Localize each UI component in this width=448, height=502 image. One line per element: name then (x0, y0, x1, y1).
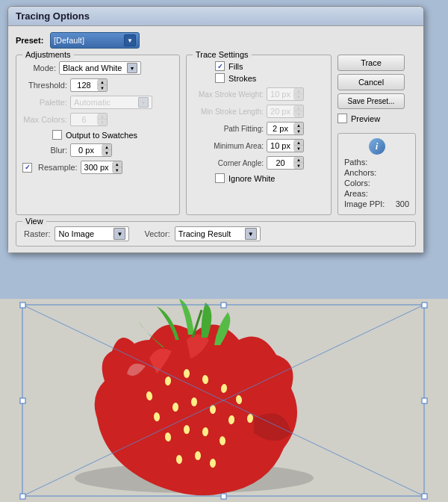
corner-angle-arrows[interactable]: ▲ ▼ (294, 157, 303, 169)
threshold-down[interactable]: ▼ (98, 85, 107, 91)
fills-checkbox[interactable]: ✓ (215, 61, 225, 71)
areas-row: Areas: (344, 189, 409, 198)
blur-down[interactable]: ▼ (102, 150, 111, 156)
max-stroke-weight-spinner: 10 px ▲ ▼ (267, 87, 304, 101)
main-content: Adjustments Mode: Black and White ▼ Thre… (16, 55, 416, 215)
image-ppi-label: Image PPI: (344, 199, 385, 208)
raster-select[interactable]: No Image ▼ (55, 226, 129, 241)
path-fitting-arrows[interactable]: ▲ ▼ (294, 123, 303, 134)
dialog-title: Tracing Options (16, 10, 90, 22)
svg-point-4 (184, 369, 190, 378)
svg-point-11 (191, 397, 197, 406)
vector-select[interactable]: Tracing Result ▼ (175, 226, 261, 241)
preview-checkbox[interactable] (337, 114, 347, 123)
minimum-area-spinner[interactable]: 10 px ▲ ▼ (267, 139, 304, 152)
path-fitting-row: Path Fitting: 2 px ▲ ▼ (193, 122, 325, 135)
min-stroke-length-label: Min Stroke Length: (193, 108, 264, 116)
corner-angle-spinner[interactable]: 20 ▲ ▼ (267, 156, 304, 170)
minimum-area-row: Minimum Area: 10 px ▲ ▼ (193, 139, 325, 152)
trace-settings-legend: Trace Settings (193, 50, 252, 59)
max-colors-spinner: 6 ▲ ▼ (70, 113, 108, 126)
min-stroke-length-row: Min Stroke Length: 20 px ▲ ▼ (193, 105, 325, 118)
blur-arrows[interactable]: ▲ ▼ (102, 144, 111, 156)
anchors-row: Anchors: (344, 168, 409, 177)
output-swatches-label: Output to Swatches (66, 131, 137, 140)
paths-row: Paths: (344, 158, 409, 167)
preset-label: Preset: (16, 36, 46, 45)
resample-down[interactable]: ▼ (113, 167, 122, 173)
view-section: View Raster: No Image ▼ Vector: Tracing … (16, 221, 416, 247)
threshold-up[interactable]: ▲ (98, 79, 107, 85)
resample-spinner[interactable]: 300 px ▲ ▼ (81, 161, 122, 174)
view-legend: View (22, 217, 46, 226)
fills-label: Fills (228, 62, 243, 71)
palette-arrow: ▼ (138, 97, 149, 108)
trace-button[interactable]: Trace (337, 55, 405, 71)
strokes-label: Strokes (228, 74, 256, 83)
adjustments-legend: Adjustments (22, 50, 74, 59)
threshold-arrows[interactable]: ▲ ▼ (98, 79, 107, 91)
max-colors-row: Max Colors: 6 ▲ ▼ (22, 113, 173, 126)
threshold-value: 128 (71, 81, 98, 90)
raster-item: Raster: No Image ▼ (24, 226, 129, 241)
max-colors-down: ▼ (98, 120, 107, 126)
blur-up[interactable]: ▲ (102, 144, 111, 150)
dialog-body: Preset: [Default] ▼ Adjustments Mode: Bl… (8, 26, 423, 252)
resample-arrows[interactable]: ▲ ▼ (113, 161, 122, 173)
ignore-white-checkbox[interactable] (215, 173, 225, 183)
image-ppi-value: 300 (396, 199, 409, 208)
mode-select[interactable]: Black and White ▼ (59, 61, 141, 75)
threshold-row: Threshold: 128 ▲ ▼ (22, 78, 173, 92)
min-stroke-length-spinner: 20 px ▲ ▼ (267, 105, 304, 118)
max-colors-arrows: ▲ ▼ (98, 114, 107, 126)
max-colors-label: Max Colors: (22, 115, 67, 124)
preset-dropdown-arrow[interactable]: ▼ (124, 34, 136, 46)
max-stroke-weight-row: Max Stroke Weight: 10 px ▲ ▼ (193, 87, 325, 101)
strokes-row: Strokes (193, 73, 325, 83)
tracing-options-dialog: Tracing Options Preset: [Default] ▼ Adju… (7, 6, 424, 253)
colors-label: Colors: (344, 179, 370, 188)
max-colors-value: 6 (71, 115, 98, 124)
info-section: i Paths: Anchors: Colors: (337, 133, 416, 215)
resample-label: Resample: (38, 163, 78, 172)
mode-arrow[interactable]: ▼ (127, 63, 137, 73)
path-fitting-spinner[interactable]: 2 px ▲ ▼ (267, 122, 304, 135)
anchors-label: Anchors: (344, 168, 376, 177)
raster-value: No Image (58, 229, 111, 238)
preview-label: Preview (351, 114, 380, 123)
min-stroke-length-value: 20 px (267, 107, 294, 116)
strokes-checkbox[interactable] (215, 73, 225, 83)
palette-select: Automatic ▼ (70, 96, 152, 109)
save-preset-button[interactable]: Save Preset... (337, 93, 405, 109)
mode-value: Black and White (63, 63, 124, 72)
mode-row: Mode: Black and White ▼ (22, 61, 173, 75)
right-panel: Trace Cancel Save Preset... Preview i Pa… (337, 55, 416, 215)
blur-row: Blur: 0 px ▲ ▼ (22, 143, 173, 157)
paths-label: Paths: (344, 158, 367, 167)
minimum-area-arrows[interactable]: ▲ ▼ (294, 140, 303, 152)
dialog-titlebar: Tracing Options (8, 7, 423, 26)
ignore-white-label: Ignore White (228, 174, 275, 183)
ignore-white-row: Ignore White (193, 173, 325, 183)
image-ppi-row: Image PPI: 300 (344, 199, 409, 208)
trace-settings-panel: Trace Settings ✓ Fills Strokes Max Strok… (186, 55, 332, 215)
preset-select[interactable]: [Default] ▼ (50, 32, 140, 49)
max-stroke-weight-arrows: ▲ ▼ (294, 88, 303, 100)
threshold-spinner[interactable]: 128 ▲ ▼ (70, 78, 108, 92)
vector-item: Vector: Tracing Result ▼ (144, 226, 260, 241)
output-swatches-checkbox[interactable] (52, 130, 62, 140)
max-stroke-weight-value: 10 px (267, 90, 294, 99)
cancel-button[interactable]: Cancel (337, 74, 405, 90)
palette-value: Automatic (74, 98, 135, 107)
colors-info-row: Colors: (344, 179, 409, 188)
output-swatches-row: Output to Swatches (22, 130, 173, 140)
threshold-label: Threshold: (22, 81, 67, 90)
preset-value: [Default] (54, 36, 84, 45)
blur-spinner[interactable]: 0 px ▲ ▼ (70, 143, 112, 157)
vector-arrow[interactable]: ▼ (245, 228, 257, 240)
raster-arrow[interactable]: ▼ (113, 228, 125, 240)
resample-checkbox[interactable]: ✓ (22, 163, 32, 173)
resample-up[interactable]: ▲ (113, 161, 122, 167)
info-icon: i (369, 138, 385, 155)
preview-row: Preview (337, 114, 416, 123)
